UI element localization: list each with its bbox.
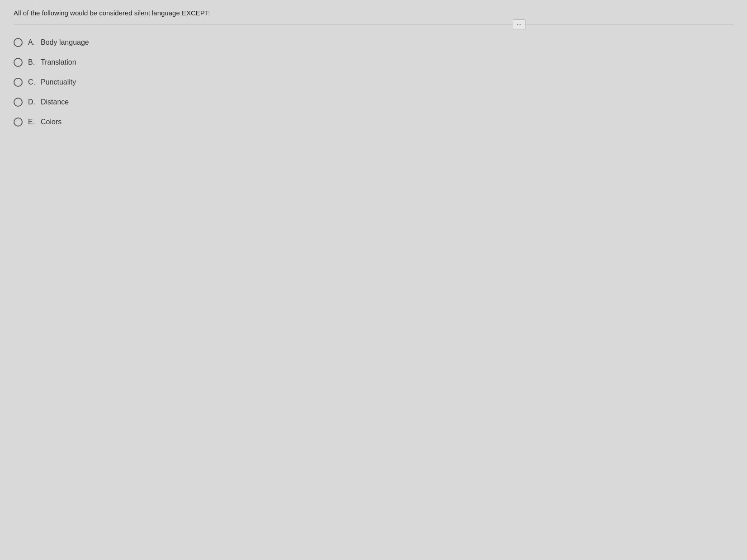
option-text-c: Punctuality	[41, 78, 76, 86]
option-label-e: E.Colors	[28, 118, 61, 126]
question-text: All of the following would be considered…	[14, 9, 733, 17]
option-text-d: Distance	[41, 98, 69, 106]
option-item-c[interactable]: C.Punctuality	[14, 78, 733, 87]
radio-e[interactable]	[14, 118, 23, 127]
radio-d[interactable]	[14, 98, 23, 107]
radio-b[interactable]	[14, 58, 23, 67]
option-item-e[interactable]: E.Colors	[14, 118, 733, 127]
option-item-b[interactable]: B.Translation	[14, 58, 733, 67]
divider-button[interactable]: ···	[513, 19, 525, 29]
page-container: All of the following would be considered…	[0, 0, 747, 560]
option-letter-a: A.	[28, 38, 37, 47]
option-text-b: Translation	[41, 58, 76, 66]
option-label-a: A.Body language	[28, 38, 89, 47]
option-label-c: C.Punctuality	[28, 78, 76, 86]
option-label-d: D.Distance	[28, 98, 69, 106]
option-letter-c: C.	[28, 78, 37, 86]
options-list: A.Body languageB.TranslationC.Punctualit…	[14, 38, 733, 127]
option-letter-d: D.	[28, 98, 37, 106]
option-item-a[interactable]: A.Body language	[14, 38, 733, 47]
option-letter-b: B.	[28, 58, 37, 66]
option-text-a: Body language	[41, 38, 89, 47]
divider: ···	[14, 24, 733, 24]
option-item-d[interactable]: D.Distance	[14, 98, 733, 107]
option-text-e: Colors	[41, 118, 61, 126]
option-label-b: B.Translation	[28, 58, 76, 66]
option-letter-e: E.	[28, 118, 37, 126]
radio-a[interactable]	[14, 38, 23, 47]
radio-c[interactable]	[14, 78, 23, 87]
